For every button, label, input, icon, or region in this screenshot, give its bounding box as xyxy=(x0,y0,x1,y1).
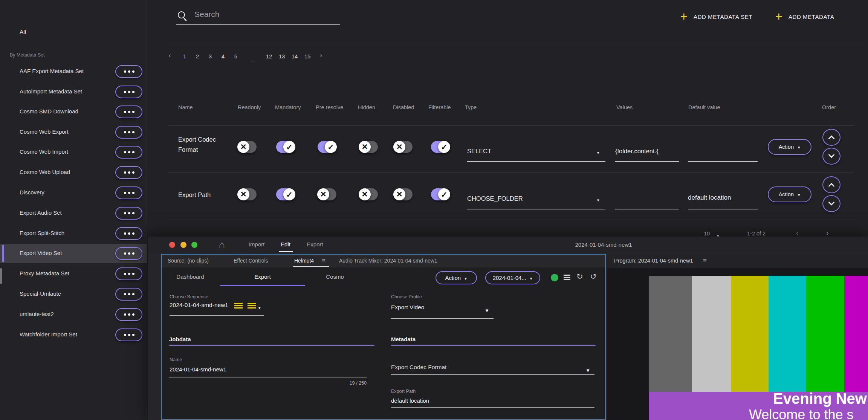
add-metadata-button[interactable]: ADD METADATA xyxy=(775,10,834,23)
sidebar-item[interactable]: Discovery xyxy=(0,183,147,202)
maximize-window-icon[interactable] xyxy=(191,242,197,248)
sidebar-item[interactable]: Cosmo SMD Download xyxy=(0,102,147,121)
search-input[interactable]: Search xyxy=(194,10,220,19)
sidebar-item[interactable]: Cosmo Web Import xyxy=(0,143,147,162)
action-dropdown[interactable]: Action xyxy=(436,271,477,284)
default-value-field[interactable]: default location xyxy=(688,194,731,202)
name-input[interactable]: 2024-01-04-smd-new1 xyxy=(170,366,226,373)
page-button[interactable]: 12 xyxy=(263,53,275,60)
add-metadata-set-button[interactable]: ADD METADATA SET xyxy=(680,10,752,23)
program-panel-title[interactable]: Program: 2024-01-04-smd-new1 xyxy=(614,258,693,264)
more-options-button[interactable] xyxy=(115,166,142,179)
page-button[interactable]: 15 xyxy=(302,53,313,60)
page-size-select[interactable]: 10 xyxy=(704,231,710,237)
sidebar-item[interactable]: Export Audio Set xyxy=(0,204,147,223)
footer-next-icon[interactable]: › xyxy=(826,229,829,237)
more-options-button[interactable] xyxy=(115,328,142,341)
toggle-disabled[interactable] xyxy=(394,188,413,200)
toggle-readonly[interactable] xyxy=(238,188,257,200)
sidebar-item[interactable]: Autoimport Metadata Set xyxy=(0,82,147,101)
sidebar-scrollbar[interactable] xyxy=(0,268,2,284)
dropdown-caret-icon[interactable] xyxy=(258,304,261,311)
home-icon[interactable]: ⌂ xyxy=(217,240,227,250)
panel-tab-source[interactable]: Source: (no clips) xyxy=(168,258,209,264)
panel-menu-icon[interactable] xyxy=(703,257,707,265)
toggle-mandatory[interactable] xyxy=(276,188,295,200)
dropdown-caret-icon[interactable] xyxy=(585,365,590,374)
next-page-icon[interactable]: › xyxy=(315,51,327,60)
helmut-tab-cosmo[interactable]: Cosmo xyxy=(320,273,350,280)
panel-menu-icon[interactable] xyxy=(322,257,326,265)
values-field[interactable]: {folder.content.{ xyxy=(615,148,680,155)
helmut-tab-dashboard[interactable]: Dashboard xyxy=(176,273,205,280)
profile-value[interactable]: Export Video xyxy=(391,304,424,311)
more-options-button[interactable] xyxy=(115,86,142,98)
tab-export[interactable]: Export xyxy=(304,241,326,247)
sidebar-item-all[interactable]: All xyxy=(20,29,26,35)
sidebar-item[interactable]: Cosmo Web Export xyxy=(0,123,147,142)
more-options-button[interactable] xyxy=(115,186,142,199)
page-button[interactable]: 5 xyxy=(230,53,241,60)
sidebar-item[interactable]: umlaute-test2 xyxy=(0,305,147,324)
toggle-hidden[interactable] xyxy=(359,141,378,153)
helmut-tab-export[interactable]: Export xyxy=(248,273,278,280)
more-options-button[interactable] xyxy=(115,126,142,139)
toggle-pre-resolve[interactable] xyxy=(318,188,336,200)
tab-edit[interactable]: Edit xyxy=(277,241,294,247)
more-options-button[interactable] xyxy=(115,146,142,159)
sidebar-item[interactable]: Watchfolder Import Set xyxy=(0,325,147,344)
sidebar-item[interactable]: AAF Export Metadata Set xyxy=(0,62,147,81)
sequence-value[interactable]: 2024-01-04-smd-new1 xyxy=(170,302,228,309)
more-options-button[interactable] xyxy=(115,267,142,280)
more-options-button[interactable] xyxy=(115,207,142,220)
list-icon[interactable] xyxy=(564,275,570,281)
move-up-button[interactable] xyxy=(822,176,840,193)
toggle-hidden[interactable] xyxy=(359,188,378,200)
toggle-pre-resolve[interactable] xyxy=(318,141,336,153)
sidebar-item-selected[interactable]: Export Video Set xyxy=(0,244,147,263)
window-titlebar[interactable]: ⌂ Import Edit Export 2024-01-04-smd-new1 xyxy=(148,237,868,253)
toggle-readonly[interactable] xyxy=(238,141,257,153)
more-options-button[interactable] xyxy=(115,65,142,78)
action-button[interactable]: Action xyxy=(768,139,811,155)
preset-dropdown[interactable]: 2024-01-04... xyxy=(485,271,540,284)
more-options-button[interactable] xyxy=(115,105,142,118)
page-button[interactable]: 1 xyxy=(179,53,190,60)
toggle-filterable[interactable] xyxy=(431,141,450,153)
sidebar-item[interactable]: Export Split-Stitch xyxy=(0,224,147,243)
page-button[interactable]: 2 xyxy=(192,53,203,60)
more-options-button[interactable] xyxy=(115,308,142,321)
tab-import[interactable]: Import xyxy=(243,241,270,247)
action-button[interactable]: Action xyxy=(768,186,811,202)
toggle-mandatory[interactable] xyxy=(276,141,295,153)
sequence-outdent-icon[interactable] xyxy=(234,303,243,309)
refresh-icon[interactable]: ↻ xyxy=(576,272,583,281)
minimize-window-icon[interactable] xyxy=(180,242,186,248)
codec-dropdown[interactable]: Export Codec Format xyxy=(391,364,446,371)
sidebar-item[interactable]: Proxy Metadata Set xyxy=(0,264,147,283)
page-button[interactable]: 3 xyxy=(205,53,216,60)
panel-tab-audio-mixer[interactable]: Audio Track Mixer: 2024-01-04-smd-new1 xyxy=(339,258,437,264)
page-button[interactable]: 4 xyxy=(217,53,229,60)
move-down-button[interactable] xyxy=(822,195,840,212)
type-select[interactable]: SELECT xyxy=(467,148,491,155)
page-button[interactable]: 13 xyxy=(276,53,287,60)
sequence-lines-icon[interactable] xyxy=(248,303,256,309)
page-button[interactable]: 14 xyxy=(289,53,300,60)
more-options-button[interactable] xyxy=(115,288,142,301)
type-select[interactable]: CHOOSE_FOLDER xyxy=(467,195,523,202)
toggle-filterable[interactable] xyxy=(431,188,450,200)
panel-tab-helmut[interactable]: Helmut4 xyxy=(294,258,314,264)
sidebar-item[interactable]: Cosmo Web Upload xyxy=(0,163,147,182)
footer-prev-icon[interactable]: ‹ xyxy=(796,229,799,237)
close-window-icon[interactable] xyxy=(169,242,175,248)
export-path-input[interactable]: default location xyxy=(391,397,429,404)
dropdown-caret-icon[interactable] xyxy=(484,305,489,314)
sidebar-item[interactable]: Special-Umlaute xyxy=(0,285,147,304)
more-options-button[interactable] xyxy=(115,247,142,260)
move-down-button[interactable] xyxy=(822,148,840,165)
toggle-disabled[interactable] xyxy=(394,141,413,153)
panel-tab-effect-controls[interactable]: Effect Controls xyxy=(234,258,268,264)
more-options-button[interactable] xyxy=(115,227,142,240)
prev-page-icon[interactable]: ‹ xyxy=(164,51,176,60)
